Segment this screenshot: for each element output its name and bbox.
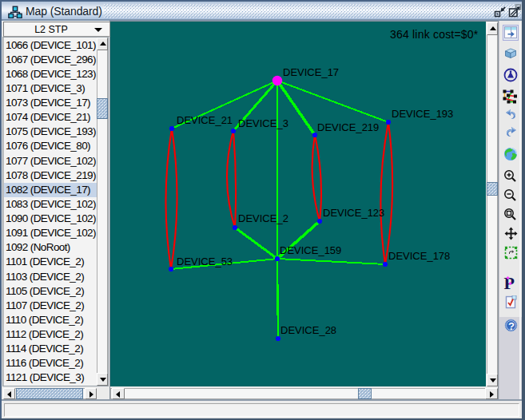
svg-text:DEVICE_178: DEVICE_178	[388, 250, 450, 262]
svg-text:DEVICE_28: DEVICE_28	[280, 324, 336, 336]
svg-text:DEVICE_159: DEVICE_159	[280, 244, 341, 256]
svg-text:DEVICE_123: DEVICE_123	[323, 207, 384, 219]
svg-text:DEVICE_219: DEVICE_219	[317, 121, 379, 133]
svg-text:?: ?	[508, 320, 515, 332]
svg-text:DEVICE_17: DEVICE_17	[283, 66, 339, 78]
svg-text:P: P	[504, 274, 515, 291]
svg-text:DEVICE_3: DEVICE_3	[238, 117, 288, 129]
svg-text:DEVICE_21: DEVICE_21	[177, 114, 233, 126]
svg-text:DEVICE_2: DEVICE_2	[238, 212, 288, 224]
svg-text:364 link cost=$0*: 364 link cost=$0*	[390, 28, 479, 41]
svg-text:DEVICE_193: DEVICE_193	[392, 108, 453, 120]
svg-text:DEVICE_53: DEVICE_53	[177, 256, 233, 267]
